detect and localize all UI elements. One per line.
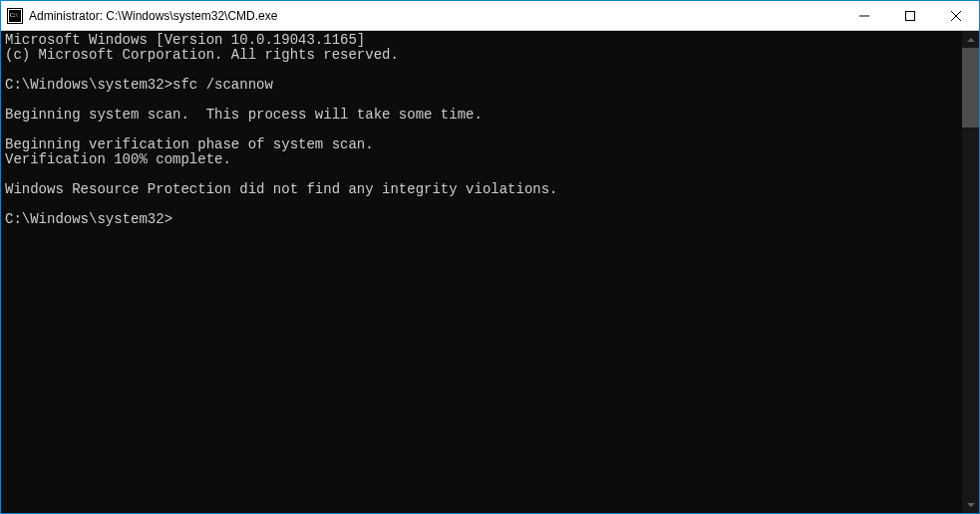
vertical-scrollbar[interactable] bbox=[962, 31, 979, 513]
output-line: Windows Resource Protection did not find… bbox=[5, 181, 558, 197]
window-title: Administrator: C:\Windows\system32\CMD.e… bbox=[29, 9, 841, 23]
close-button[interactable] bbox=[933, 1, 979, 30]
scroll-thumb[interactable] bbox=[962, 48, 979, 128]
titlebar[interactable]: C:\ Administrator: C:\Windows\system32\C… bbox=[1, 1, 979, 31]
minimize-button[interactable] bbox=[841, 1, 887, 30]
maximize-button[interactable] bbox=[887, 1, 933, 30]
scroll-track[interactable] bbox=[962, 48, 979, 496]
prompt-path: C:\Windows\system32> bbox=[5, 77, 172, 93]
prompt-path: C:\Windows\system32> bbox=[5, 211, 172, 227]
output-line: Verification 100% complete. bbox=[5, 151, 231, 167]
svg-text:C:\: C:\ bbox=[10, 12, 18, 18]
command-text: sfc /scannow bbox=[172, 77, 273, 93]
output-line: Beginning system scan. This process will… bbox=[5, 107, 483, 123]
cmd-icon: C:\ bbox=[7, 8, 23, 24]
cmd-window: C:\ Administrator: C:\Windows\system32\C… bbox=[0, 0, 980, 514]
output-line: Microsoft Windows [Version 10.0.19043.11… bbox=[5, 32, 365, 48]
svg-marker-8 bbox=[967, 38, 975, 42]
console-output[interactable]: Microsoft Windows [Version 10.0.19043.11… bbox=[1, 31, 962, 513]
scroll-up-arrow[interactable] bbox=[962, 31, 979, 48]
output-line: (c) Microsoft Corporation. All rights re… bbox=[5, 47, 399, 63]
scroll-down-arrow[interactable] bbox=[962, 496, 979, 513]
console-area: Microsoft Windows [Version 10.0.19043.11… bbox=[1, 31, 979, 513]
window-controls bbox=[841, 1, 979, 30]
svg-marker-9 bbox=[967, 503, 975, 507]
output-line: Beginning verification phase of system s… bbox=[5, 136, 374, 152]
svg-rect-5 bbox=[906, 11, 915, 20]
